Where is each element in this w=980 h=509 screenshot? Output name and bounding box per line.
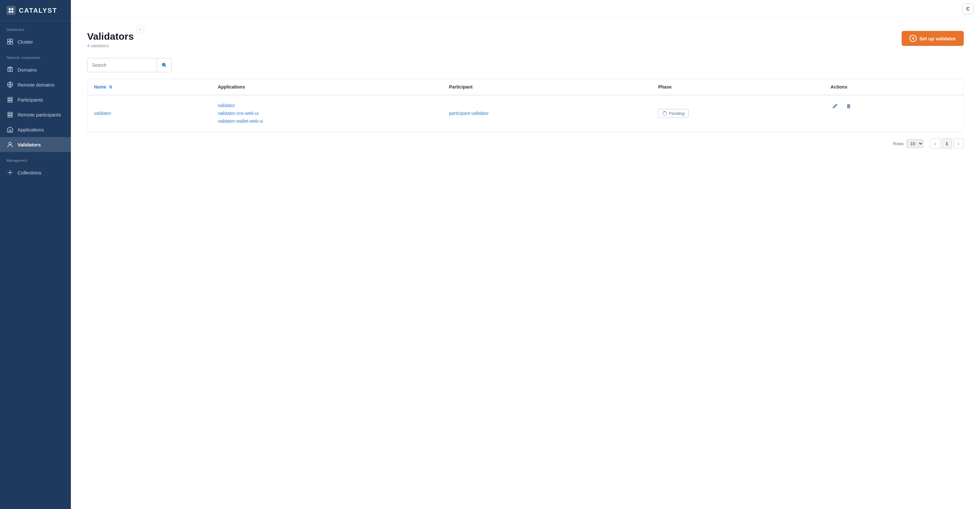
svg-rect-4 — [8, 39, 10, 41]
page-header: Validators 4 validators + Set up validat… — [87, 31, 964, 48]
pagination-buttons: ‹ 1 › — [930, 138, 964, 149]
page-subtitle: 4 validators — [87, 43, 134, 48]
validators-label: Validators — [18, 142, 41, 147]
sidebar: CATALYST Dashboard Cluster Network compo… — [0, 0, 71, 509]
col-participant-header: Participant — [442, 79, 652, 95]
dashboard-section-label: Dashboard — [0, 21, 71, 34]
sidebar-item-remote-participants[interactable]: Remote participants — [0, 107, 71, 122]
network-section-label: Network components — [0, 49, 71, 62]
search-bar — [87, 58, 172, 72]
remote-domains-icon — [6, 81, 14, 88]
col-phase-header: Phase — [652, 79, 824, 95]
search-button[interactable] — [157, 58, 171, 72]
page-title: Validators — [87, 31, 134, 42]
page-content: Validators 4 validators + Set up validat… — [71, 18, 980, 509]
pagination-container: Rows 10 25 50 ‹ 1 › — [87, 138, 964, 149]
col-applications-header: Applications — [212, 79, 442, 95]
collections-label: Collections — [18, 170, 41, 176]
svg-rect-11 — [8, 101, 12, 102]
svg-rect-1 — [11, 8, 13, 10]
phase-text: Pending — [669, 111, 684, 116]
sidebar-collapse-button[interactable]: ‹ — [136, 25, 144, 34]
user-menu-button[interactable]: C — [963, 3, 974, 14]
setup-validator-button[interactable]: + Set up validator — [902, 31, 964, 46]
validator-name-link[interactable]: validator — [94, 110, 205, 118]
application-link[interactable]: validator-wallet-web-ui — [218, 118, 436, 125]
remote-domains-label: Remote domains — [18, 82, 54, 88]
svg-rect-12 — [8, 112, 12, 113]
participants-icon — [6, 96, 14, 103]
remote-participants-label: Remote participants — [18, 112, 61, 118]
application-link[interactable]: validator-cns-web-ui — [218, 110, 436, 118]
main-content: C ‹ Validators 4 validators + Set up val… — [71, 0, 980, 509]
sidebar-item-cluster[interactable]: Cluster — [0, 34, 71, 49]
svg-rect-2 — [9, 11, 11, 13]
topbar: C — [71, 0, 980, 18]
applications-label: Applications — [18, 127, 44, 132]
svg-rect-7 — [10, 42, 13, 44]
domains-label: Domains — [18, 67, 37, 73]
sidebar-item-remote-domains[interactable]: Remote domains — [0, 77, 71, 92]
svg-rect-13 — [8, 114, 12, 115]
actions-cell — [824, 95, 963, 118]
participant-link[interactable]: participant-validator — [449, 110, 645, 118]
page-1-button[interactable]: 1 — [942, 138, 952, 149]
domains-icon — [6, 66, 14, 73]
sort-icon: ⇅ — [109, 85, 112, 89]
rows-label: Rows — [893, 141, 904, 146]
svg-rect-15 — [9, 130, 11, 132]
svg-rect-3 — [11, 11, 13, 13]
sidebar-item-validators[interactable]: Validators — [0, 137, 71, 152]
page-title-group: Validators 4 validators — [87, 31, 134, 48]
logo-icon — [6, 6, 16, 15]
management-section-label: Management — [0, 152, 71, 165]
setup-btn-label: Set up validator — [919, 36, 956, 41]
col-actions-header: Actions — [824, 79, 963, 95]
table-row: validatorvalidatorvalidator-cns-web-uiva… — [88, 95, 963, 131]
delete-button[interactable] — [845, 102, 853, 112]
logo-area: CATALYST — [0, 0, 71, 21]
svg-rect-6 — [8, 42, 10, 44]
svg-rect-0 — [9, 8, 11, 10]
applications-icon — [6, 126, 14, 133]
svg-point-16 — [9, 142, 11, 145]
sidebar-item-applications[interactable]: Applications — [0, 122, 71, 137]
validator-name-cell: validator — [88, 95, 212, 131]
rows-per-page-select[interactable]: 10 25 50 — [906, 139, 923, 148]
svg-rect-5 — [10, 39, 13, 41]
remote-participants-icon — [6, 111, 14, 118]
sidebar-item-domains[interactable]: Domains — [0, 62, 71, 77]
validators-table: Name ⇅ Applications Participant Phase Ac… — [87, 79, 964, 132]
col-name-header[interactable]: Name ⇅ — [88, 79, 212, 95]
participant-cell: participant-validator — [442, 95, 652, 131]
sidebar-item-participants[interactable]: Participants — [0, 92, 71, 107]
application-link[interactable]: validator — [218, 102, 436, 110]
svg-point-19 — [162, 63, 165, 66]
next-page-button[interactable]: › — [953, 138, 964, 149]
svg-line-20 — [165, 66, 166, 67]
collections-icon — [6, 169, 14, 176]
svg-rect-9 — [8, 97, 12, 99]
validators-icon — [6, 141, 14, 148]
app-title: CATALYST — [19, 7, 57, 14]
cluster-label: Cluster — [18, 39, 33, 45]
plus-circle-icon: + — [910, 35, 916, 42]
participants-label: Participants — [18, 97, 43, 102]
prev-page-button[interactable]: ‹ — [930, 138, 940, 149]
edit-button[interactable] — [831, 102, 839, 112]
sidebar-item-collections[interactable]: Collections — [0, 165, 71, 180]
svg-rect-10 — [8, 99, 12, 101]
cluster-icon — [6, 38, 14, 45]
applications-cell: validatorvalidator-cns-web-uivalidator-w… — [212, 95, 442, 131]
svg-rect-14 — [8, 116, 12, 117]
spinner-icon — [662, 111, 667, 116]
status-badge: Pending — [658, 109, 689, 118]
search-input[interactable] — [88, 59, 157, 71]
phase-cell: Pending — [652, 95, 824, 131]
